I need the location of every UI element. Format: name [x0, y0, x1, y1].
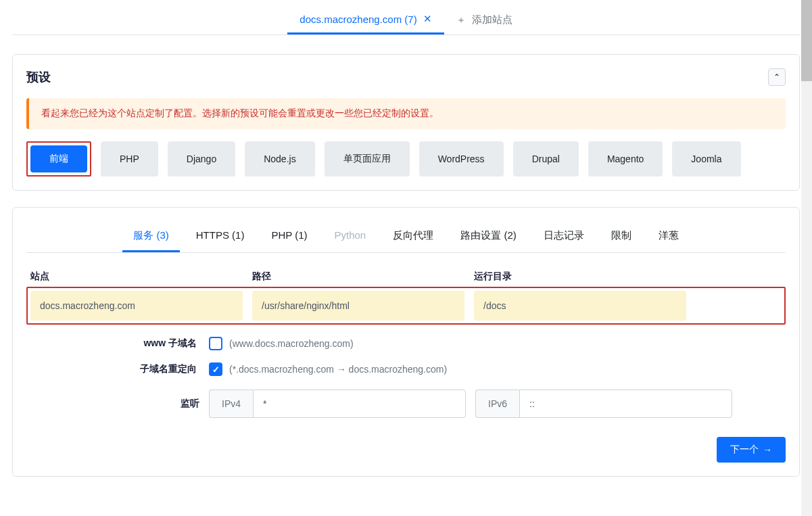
tab-site-label: docs.macrozheng.com (7): [300, 14, 416, 25]
add-site-label: 添加站点: [472, 14, 512, 26]
ipv6-prefix: IPv6: [475, 390, 519, 418]
top-tabs: docs.macrozheng.com (7) ✕ ＋ 添加站点: [12, 0, 800, 35]
preset-wordpress[interactable]: WordPress: [419, 141, 504, 177]
root-label: 运行目录: [474, 271, 512, 281]
tab-php[interactable]: PHP (1): [260, 221, 318, 252]
preset-spa[interactable]: 单页面应用: [325, 141, 410, 177]
ipv4-input[interactable]: [253, 390, 466, 418]
inner-tabs: 服务 (3) HTTPS (1) PHP (1) Python 反向代理 路由设…: [26, 221, 786, 253]
tab-services[interactable]: 服务 (3): [122, 221, 180, 252]
warning-alert: 看起来您已经为这个站点定制了配置。选择新的预设可能会重置或更改一些您已经定制的设…: [26, 98, 786, 129]
root-input[interactable]: [474, 291, 686, 321]
www-subdomain-label: www 子域名: [26, 337, 209, 350]
highlight-frontend: 前端: [26, 141, 91, 177]
preset-frontend[interactable]: 前端: [30, 145, 87, 172]
site-input[interactable]: [30, 291, 243, 321]
arrow-right-icon: →: [763, 444, 772, 455]
preset-joomla[interactable]: Joomla: [672, 141, 740, 177]
tab-reverse-proxy[interactable]: 反向代理: [382, 221, 444, 252]
presets-card: 预设 ⌃ 看起来您已经为这个站点定制了配置。选择新的预设可能会重置或更改一些您已…: [12, 54, 800, 191]
tab-add-site[interactable]: ＋ 添加站点: [444, 6, 525, 34]
plus-icon: ＋: [456, 14, 466, 26]
subdomain-redirect-checkbox[interactable]: ✓: [209, 362, 222, 376]
tab-limits[interactable]: 限制: [600, 221, 642, 252]
presets-row: 前端 PHP Django Node.js 单页面应用 WordPress Dr…: [26, 141, 786, 177]
tab-onion[interactable]: 洋葱: [648, 221, 690, 252]
chevron-up-icon: ⌃: [773, 72, 780, 82]
tab-site-docs[interactable]: docs.macrozheng.com (7) ✕: [287, 5, 444, 34]
preset-nodejs[interactable]: Node.js: [245, 141, 314, 177]
preset-magento[interactable]: Magento: [588, 141, 663, 177]
preset-drupal[interactable]: Drupal: [513, 141, 579, 177]
subdomain-redirect-hint: (*.docs.macrozheng.com → docs.macrozheng…: [229, 364, 447, 375]
close-icon[interactable]: ✕: [423, 13, 432, 25]
tab-routing[interactable]: 路由设置 (2): [450, 221, 527, 252]
highlighted-fields: [26, 287, 786, 325]
next-button-label: 下一个: [730, 444, 759, 456]
path-input[interactable]: [252, 291, 464, 321]
www-subdomain-hint: (www.docs.macrozheng.com): [229, 338, 354, 349]
path-label: 路径: [252, 271, 271, 281]
www-subdomain-checkbox[interactable]: [209, 337, 222, 350]
config-card: 服务 (3) HTTPS (1) PHP (1) Python 反向代理 路由设…: [12, 207, 800, 477]
ipv4-prefix: IPv4: [209, 390, 253, 418]
tab-https[interactable]: HTTPS (1): [185, 221, 256, 252]
preset-django[interactable]: Django: [168, 141, 235, 177]
tab-logging[interactable]: 日志记录: [533, 221, 595, 252]
site-label: 站点: [30, 271, 49, 281]
collapse-button[interactable]: ⌃: [768, 68, 786, 86]
preset-php[interactable]: PHP: [101, 141, 158, 177]
next-button[interactable]: 下一个 →: [717, 437, 786, 463]
listen-label: 监听: [26, 398, 199, 410]
presets-title: 预设: [26, 69, 51, 85]
ipv6-input[interactable]: [519, 390, 732, 418]
tab-python[interactable]: Python: [324, 221, 377, 252]
subdomain-redirect-label: 子域名重定向: [26, 363, 209, 375]
